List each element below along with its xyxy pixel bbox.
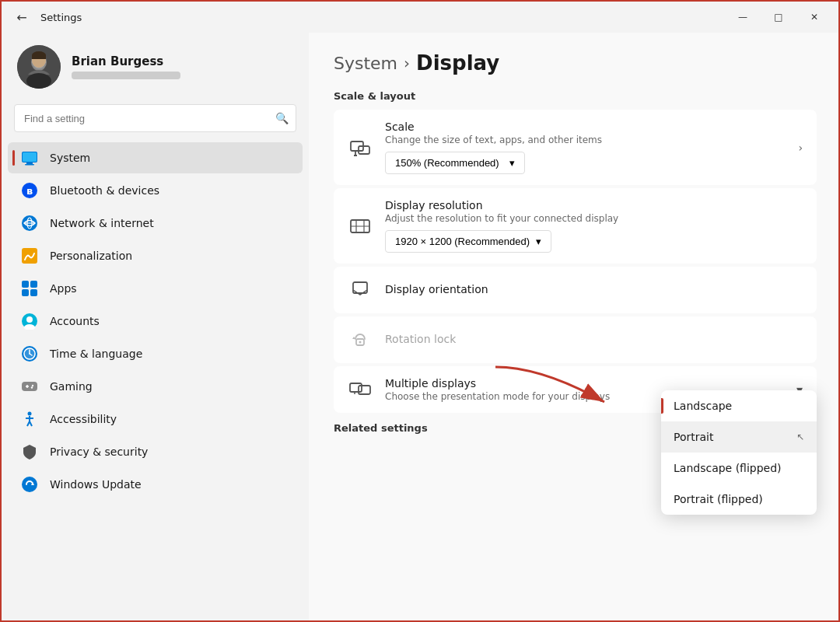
breadcrumb-sep: ›	[404, 54, 410, 72]
orientation-option-portrait[interactable]: Portrait ↖	[661, 421, 817, 453]
orientation-row: Display orientation	[334, 267, 817, 313]
minimize-button[interactable]: —	[725, 5, 761, 30]
nav-item-accounts[interactable]: Accounts	[8, 306, 303, 337]
back-button[interactable]: ←	[11, 6, 33, 28]
nav-label-privacy: Privacy & security	[50, 446, 148, 458]
nav-label-gaming: Gaming	[50, 380, 93, 393]
svg-rect-12	[25, 164, 34, 166]
svg-rect-55	[350, 383, 362, 392]
portrait-flipped-label: Portrait (flipped)	[674, 493, 763, 505]
svg-point-9	[26, 73, 51, 89]
resolution-row: Display resolution Adjust the resolution…	[334, 188, 817, 264]
user-info: Brian Burgess	[72, 54, 180, 79]
orientation-option-portrait-flipped[interactable]: Portrait (flipped)	[661, 484, 817, 515]
back-icon: ←	[16, 10, 26, 25]
rotation-lock-row: Rotation lock	[334, 316, 817, 363]
svg-rect-8	[32, 55, 46, 59]
bluetooth-icon: ʙ	[20, 181, 39, 200]
scale-chevron-icon: ▾	[509, 157, 515, 169]
svg-point-36	[31, 386, 33, 388]
app-title: Settings	[40, 12, 82, 23]
orientation-title: Display orientation	[385, 283, 803, 295]
svg-line-41	[30, 421, 32, 426]
svg-rect-45	[359, 146, 369, 154]
chevron-right-icon: ›	[798, 142, 803, 154]
user-account-blur	[72, 72, 180, 79]
close-button[interactable]: ✕	[796, 5, 832, 30]
main-panel: System › Display Scale & layout	[309, 33, 840, 622]
svg-rect-11	[26, 162, 33, 164]
gaming-icon	[20, 377, 39, 396]
orientation-option-landscape-flipped[interactable]: Landscape (flipped)	[661, 453, 817, 484]
resolution-card: Display resolution Adjust the resolution…	[334, 188, 817, 264]
search-input[interactable]	[14, 104, 296, 132]
nav-item-privacy[interactable]: Privacy & security	[8, 436, 303, 467]
resolution-title: Display resolution	[385, 199, 803, 211]
nav-item-network[interactable]: Network & internet	[8, 208, 303, 239]
landscape-label: Landscape	[674, 400, 732, 412]
scale-row: Scale Change the size of text, apps, and…	[334, 110, 817, 185]
svg-point-35	[32, 385, 33, 386]
nav-label-update: Windows Update	[50, 478, 142, 491]
orientation-text: Display orientation	[385, 283, 803, 297]
nav-item-accessibility[interactable]: Accessibility	[8, 404, 303, 435]
nav-label-accessibility: Accessibility	[50, 413, 117, 425]
nav-item-gaming[interactable]: Gaming	[8, 371, 303, 402]
svg-rect-32	[22, 382, 37, 391]
window-controls: — □ ✕	[725, 5, 832, 30]
nav-item-bluetooth[interactable]: ʙ Bluetooth & devices	[8, 175, 303, 206]
search-icon: 🔍	[275, 112, 289, 124]
nav-label-time: Time & language	[50, 348, 142, 360]
nav-item-update[interactable]: Windows Update	[8, 469, 303, 500]
scale-dropdown[interactable]: 150% (Recommended) ▾	[385, 152, 525, 174]
maximize-button[interactable]: □	[761, 5, 796, 30]
personalization-icon	[20, 246, 39, 265]
time-icon	[20, 344, 39, 363]
rotation-lock-text: Rotation lock	[385, 333, 803, 347]
svg-point-25	[26, 316, 33, 323]
nav-item-personalization[interactable]: Personalization	[8, 240, 303, 271]
svg-rect-13	[23, 152, 37, 162]
titlebar: ← Settings — □ ✕	[2, 2, 840, 33]
scale-title: Scale	[385, 121, 786, 133]
nav-label-system: System	[50, 152, 90, 164]
svg-rect-20	[22, 281, 29, 288]
resolution-chevron-icon: ▾	[536, 236, 541, 247]
rotation-lock-title: Rotation lock	[385, 333, 803, 345]
portrait-label: Portrait	[674, 431, 713, 443]
resolution-dropdown[interactable]: 1920 × 1200 (Recommended) ▾	[385, 230, 551, 253]
privacy-icon	[20, 442, 39, 461]
nav-label-personalization: Personalization	[50, 250, 132, 262]
nav-item-apps[interactable]: Apps	[8, 273, 303, 304]
svg-point-54	[359, 341, 362, 344]
nav-label-accounts: Accounts	[50, 315, 100, 327]
accessibility-icon	[20, 410, 39, 428]
orientation-card: Display orientation	[334, 267, 817, 313]
nav-label-bluetooth: Bluetooth & devices	[50, 184, 159, 197]
nav-item-system[interactable]: System	[8, 142, 303, 173]
scale-action: ›	[798, 142, 803, 154]
svg-rect-21	[30, 281, 37, 288]
main-content: Brian Burgess 🔍 Sy	[2, 33, 840, 622]
resolution-text: Display resolution Adjust the resolution…	[385, 199, 803, 253]
system-icon	[20, 149, 39, 167]
user-name: Brian Burgess	[72, 54, 180, 68]
resolution-desc: Adjust the resolution to fit your connec…	[385, 213, 803, 224]
svg-point-37	[28, 412, 32, 416]
orientation-dropdown-popup: Landscape Portrait ↖ Landscape (flipped)…	[661, 390, 817, 515]
scale-card: Scale Change the size of text, apps, and…	[334, 110, 817, 185]
multiple-displays-icon	[348, 377, 373, 402]
resolution-value: 1920 × 1200 (Recommended)	[395, 236, 530, 247]
nav-label-apps: Apps	[50, 282, 77, 295]
nav-label-network: Network & internet	[50, 217, 154, 229]
scale-desc: Change the size of text, apps, and other…	[385, 135, 786, 145]
nav-item-time[interactable]: Time & language	[8, 338, 303, 369]
orientation-option-landscape[interactable]: Landscape	[661, 390, 817, 421]
sidebar: Brian Burgess 🔍 Sy	[2, 33, 309, 622]
apps-icon	[20, 279, 39, 298]
svg-rect-56	[359, 386, 370, 394]
user-section: Brian Burgess	[2, 33, 309, 101]
breadcrumb: System	[334, 54, 397, 73]
svg-point-42	[22, 477, 37, 492]
cursor-icon: ↖	[796, 432, 804, 442]
